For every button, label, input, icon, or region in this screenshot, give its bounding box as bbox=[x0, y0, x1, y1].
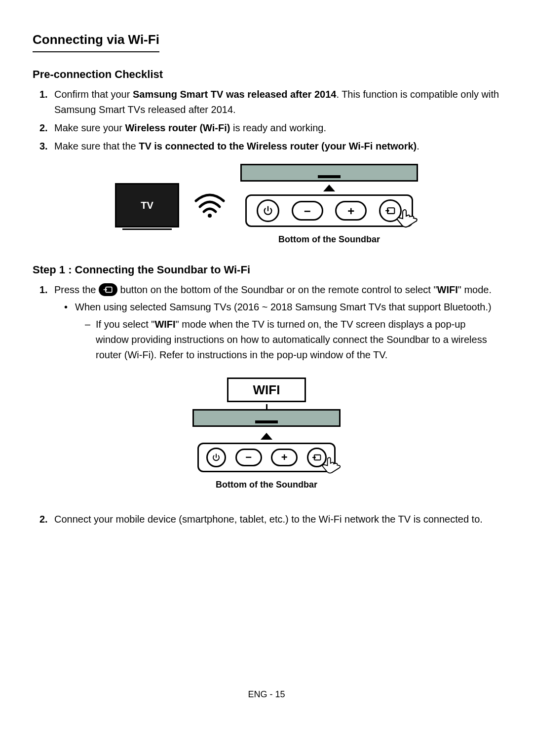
volume-down-icon: − bbox=[292, 201, 323, 221]
tv-stand bbox=[122, 228, 172, 233]
text: Confirm that your bbox=[54, 89, 133, 100]
step-item: 2. Connect your mobile device (smartphon… bbox=[39, 512, 500, 527]
text: Make sure your bbox=[54, 122, 125, 133]
step-item: 1. Press the button on the bottom of the… bbox=[39, 282, 500, 363]
tv-icon: TV bbox=[115, 183, 179, 227]
volume-down-icon: − bbox=[235, 449, 262, 466]
step1-list-cont: 2. Connect your mobile device (smartphon… bbox=[33, 512, 500, 527]
text: When using selected Samsung TVs (2016 ~ … bbox=[75, 302, 492, 312]
arrow-up-icon bbox=[323, 185, 335, 191]
diagram-wifi-mode: WIFI − + Bottom of the Soundbar bbox=[33, 378, 500, 492]
volume-up-icon: + bbox=[335, 201, 367, 221]
item-number: 2. bbox=[39, 512, 48, 527]
page-footer: ENG - 15 bbox=[33, 688, 500, 702]
bullet-item: When using selected Samsung TVs (2016 ~ … bbox=[64, 300, 500, 363]
source-button-icon bbox=[99, 283, 117, 296]
text: . bbox=[417, 141, 419, 151]
soundbar-group: − + Bottom of the Soundbar bbox=[240, 164, 418, 247]
text: Make sure that the bbox=[54, 141, 139, 151]
hand-pointer-icon bbox=[396, 206, 423, 238]
step1-heading: Step 1 : Connecting the Soundbar to Wi-F… bbox=[33, 262, 500, 278]
pre-connection-heading: Pre-connection Checklist bbox=[33, 66, 500, 83]
text: " mode. bbox=[458, 284, 492, 295]
soundbar-icon bbox=[192, 409, 341, 427]
bold-text: TV is connected to the Wireless router (… bbox=[139, 141, 417, 151]
checklist-item: 1. Confirm that your Samsung Smart TV wa… bbox=[39, 87, 500, 117]
item-number: 1. bbox=[39, 87, 48, 102]
power-icon bbox=[206, 448, 226, 467]
diagram-caption: Bottom of the Soundbar bbox=[278, 233, 380, 247]
diagram-tv-wifi-soundbar: TV − + bbox=[33, 164, 500, 247]
arrow-up-icon bbox=[261, 433, 272, 440]
bold-text: WIFI bbox=[437, 284, 458, 295]
bold-text: WIFI bbox=[154, 319, 175, 330]
text: Connect your mobile device (smartphone, … bbox=[54, 514, 483, 525]
item-number: 2. bbox=[39, 120, 48, 136]
text: Press the bbox=[54, 284, 99, 295]
checklist-item: 3. Make sure that the TV is connected to… bbox=[39, 139, 500, 154]
checklist-item: 2. Make sure your Wireless router (Wi-Fi… bbox=[39, 120, 500, 136]
connector-line bbox=[266, 404, 267, 409]
soundbar-button-panel: − + bbox=[245, 194, 413, 227]
wifi-label-text: WIFI bbox=[253, 380, 280, 400]
text: button on the bottom of the Soundbar or … bbox=[117, 284, 437, 295]
soundbar-icon bbox=[240, 164, 418, 182]
step1-list: 1. Press the button on the bottom of the… bbox=[33, 282, 500, 363]
wifi-icon bbox=[194, 192, 226, 219]
volume-up-icon: + bbox=[271, 449, 298, 466]
bold-text: Samsung Smart TV was released after 2014 bbox=[133, 89, 336, 100]
dash-item: If you select "WIFI" mode when the TV is… bbox=[85, 317, 500, 363]
wifi-display-label: WIFI bbox=[227, 378, 306, 402]
pre-checklist: 1. Confirm that your Samsung Smart TV wa… bbox=[33, 87, 500, 154]
item-number: 3. bbox=[39, 139, 48, 154]
section-title: Connecting via Wi-Fi bbox=[33, 30, 159, 52]
sub-dash: If you select "WIFI" mode when the TV is… bbox=[75, 317, 500, 363]
hand-pointer-icon bbox=[321, 454, 346, 484]
text: is ready and working. bbox=[230, 122, 326, 133]
power-icon bbox=[257, 199, 279, 222]
sub-bullets: When using selected Samsung TVs (2016 ~ … bbox=[54, 300, 500, 363]
item-number: 1. bbox=[39, 282, 48, 298]
text: If you select " bbox=[96, 319, 154, 330]
soundbar-button-panel: − + bbox=[197, 443, 336, 472]
tv-label: TV bbox=[141, 198, 153, 213]
bold-text: Wireless router (Wi-Fi) bbox=[125, 122, 230, 133]
diagram-caption: Bottom of the Soundbar bbox=[216, 478, 317, 492]
svg-point-0 bbox=[208, 214, 212, 218]
